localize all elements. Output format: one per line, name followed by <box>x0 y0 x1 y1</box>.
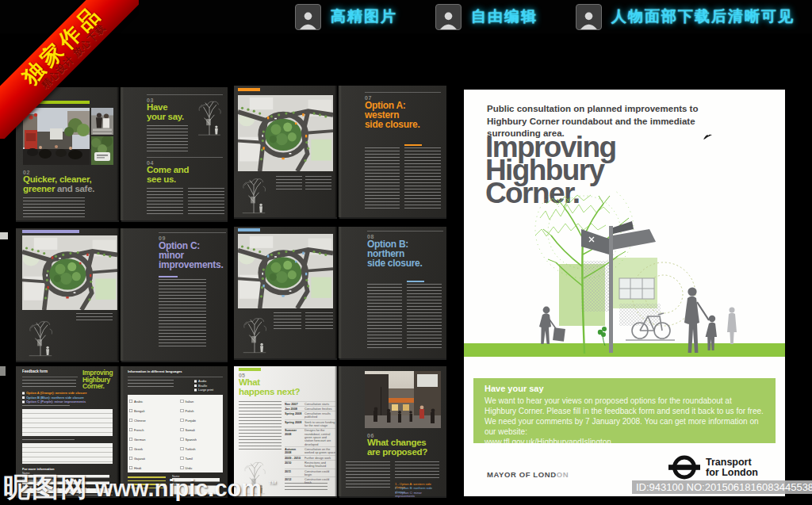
tree-illustration <box>238 316 271 354</box>
spread-right-page: 09 Option C: minor improvements. <box>121 228 228 361</box>
section-heading: Option A: western side closure. <box>365 101 419 130</box>
section-heading: Come and see us. <box>147 166 189 184</box>
spread-left-page <box>16 228 119 361</box>
timeline-row: Spring 2008Seek to secure funding for th… <box>285 419 335 428</box>
field-label <box>22 405 70 407</box>
spread-spine <box>335 86 342 217</box>
language-option[interactable]: Spanish <box>181 434 225 444</box>
checkbox[interactable] <box>194 380 197 382</box>
form-header: Feedback form <box>22 369 78 373</box>
tfl-logo: Transport for London <box>668 454 758 480</box>
section-heading: What changes are proposed? <box>367 438 427 457</box>
timeline-row: 2009 - 2010Further design work <box>285 455 335 460</box>
language-option[interactable]: German <box>129 434 174 444</box>
brochure-spread-option-b: 08 Option B: northern side closure. <box>234 227 446 358</box>
checkbox[interactable] <box>129 400 132 403</box>
checkbox[interactable] <box>181 400 184 403</box>
band-body: We want to hear your views on proposed o… <box>485 396 764 437</box>
heading-line: side closure. <box>367 258 422 268</box>
checkbox[interactable] <box>22 392 25 394</box>
checkbox[interactable] <box>129 419 132 422</box>
language-option[interactable]: Punjabi <box>181 415 225 425</box>
checkbox[interactable] <box>129 447 132 450</box>
band-website-link[interactable]: www.tfl.gov.uk/HighburyandIslington <box>485 437 764 447</box>
nipic-watermark: 昵图网 www.nipic.com ™ <box>3 469 277 505</box>
avatar-icon <box>295 4 321 30</box>
checkbox[interactable] <box>194 388 197 391</box>
option-link-c: 3 - Option C: minor improvements <box>395 491 441 495</box>
avatar-icon <box>576 4 602 30</box>
rule <box>367 231 443 231</box>
brochure-spread-option-c: 09 Option C: minor improvements. <box>16 228 228 361</box>
comment-textarea[interactable] <box>22 409 113 436</box>
checkbox[interactable] <box>181 438 184 441</box>
checkbox[interactable] <box>194 384 197 387</box>
checkbox[interactable] <box>22 396 25 399</box>
language-option[interactable]: Bengali <box>129 406 174 415</box>
timeline-row: Autumn 2008Consultation on the worked up… <box>285 446 335 455</box>
topbar-label-edit[interactable]: 自由编辑 <box>471 6 538 27</box>
body-copy <box>365 147 400 211</box>
checkbox[interactable] <box>181 447 184 450</box>
checkbox[interactable] <box>181 409 184 412</box>
body-copy <box>407 284 442 349</box>
languages-panel: Arabic Bengali Chinese French German Gre… <box>128 395 223 472</box>
option-choice-c[interactable]: Option C (Purple): minor improvements <box>22 400 117 404</box>
map-legend <box>305 176 331 192</box>
comment-textarea[interactable] <box>22 443 113 464</box>
checkbox[interactable] <box>129 409 132 412</box>
language-option[interactable]: Italian <box>181 396 225 406</box>
language-option[interactable]: Arabic <box>129 396 174 406</box>
topbar-label-hd[interactable]: 高精图片 <box>331 6 397 27</box>
checkbox[interactable] <box>181 457 184 460</box>
exclusive-ribbon: 独家作品 精心设计 放心下载 <box>0 0 139 139</box>
spread-spine <box>117 228 124 361</box>
timeline-table: Nov 2007Consultation starts Jan 2008Cons… <box>285 401 335 480</box>
silhouette-woman-child <box>684 287 717 353</box>
heading-line: see us. <box>147 175 189 185</box>
language-option[interactable]: Greek <box>129 444 174 453</box>
language-option[interactable]: Tamil <box>181 453 225 463</box>
brochure-spread-option-a: 07 Option A: western side closure. <box>234 86 446 217</box>
heading-line: happens next? <box>239 388 300 397</box>
body-copy <box>159 279 206 349</box>
languages-col-right: Italian Polish Punjabi Somali Spanish Tu… <box>181 396 225 472</box>
checkbox[interactable] <box>22 400 25 403</box>
language-option[interactable]: Turkish <box>181 444 225 453</box>
format-large-print[interactable]: Large print <box>194 388 226 392</box>
headline-line2: greener and safe. <box>23 185 94 194</box>
language-option[interactable]: Gujarati <box>129 453 174 463</box>
body-copy <box>147 188 183 216</box>
language-option[interactable]: Somali <box>181 425 225 434</box>
topbar-label-face[interactable]: 人物面部下载后清晰可见 <box>611 6 795 27</box>
subhead-accent <box>407 281 424 282</box>
form-intro <box>22 380 76 389</box>
languages-header: Information in different languages <box>128 369 199 373</box>
language-option[interactable]: French <box>129 425 174 434</box>
brand-line: Corner. <box>82 383 113 390</box>
timeline-row: Jan 2008Consultation finishes <box>285 406 335 411</box>
heading-line: Come and <box>147 166 189 175</box>
timeline-row: 2010Restrictions and funding finalised <box>285 460 335 469</box>
map-legend <box>274 312 301 330</box>
checkbox[interactable] <box>181 428 184 431</box>
language-option[interactable]: Polish <box>181 406 225 415</box>
tree-illustration <box>238 176 270 214</box>
rule <box>147 157 223 158</box>
field-label <box>22 439 75 442</box>
checkbox[interactable] <box>129 438 132 441</box>
section-heading: Have your say. <box>147 103 184 121</box>
checkbox[interactable] <box>129 428 132 431</box>
body-copy <box>395 461 439 480</box>
body-copy <box>404 147 441 211</box>
checkbox[interactable] <box>129 457 132 460</box>
tfl-roundel-icon <box>668 454 700 480</box>
checkbox[interactable] <box>181 419 184 422</box>
spread-right-page: 08 Option B: northern side closure. <box>339 227 446 358</box>
body-copy <box>239 401 282 450</box>
accent-bar <box>22 230 79 233</box>
spread-right-page: 07 Option A: western side closure. <box>339 86 446 217</box>
language-option[interactable]: Chinese <box>129 415 174 425</box>
rule <box>22 377 78 377</box>
trademark-symbol: ™ <box>268 479 277 488</box>
